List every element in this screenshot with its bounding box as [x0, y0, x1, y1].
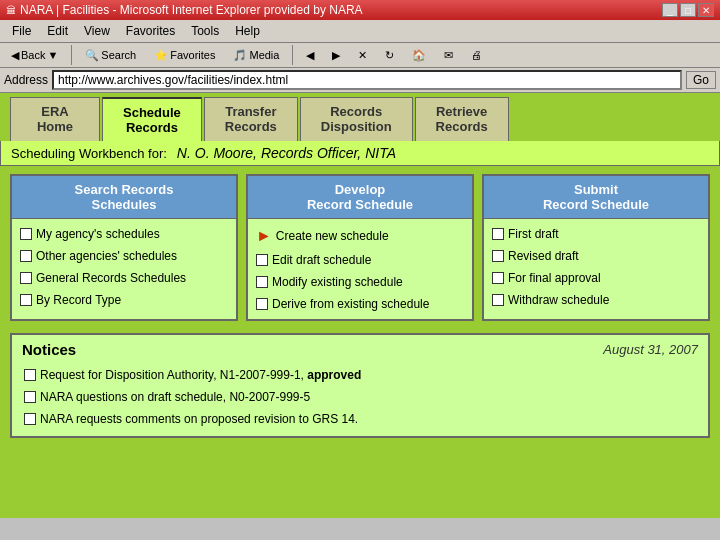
submit-record-items: First draft Revised draft For final appr…	[484, 219, 708, 315]
refresh-button[interactable]: ↻	[378, 46, 401, 65]
by-record-type-item[interactable]: By Record Type	[18, 289, 230, 311]
tab-records-disposition[interactable]: RecordsDisposition	[300, 97, 413, 141]
derive-from-existing-item[interactable]: Derive from existing schedule	[254, 293, 466, 315]
general-records-schedules-item[interactable]: General Records Schedules	[18, 267, 230, 289]
notice-item-2[interactable]: NARA questions on draft schedule, N0-200…	[22, 386, 698, 408]
back-arrow-icon: ◀	[11, 49, 19, 62]
mail-button[interactable]: ✉	[437, 46, 460, 65]
notice-3-checkbox[interactable]	[24, 413, 36, 425]
back-dropdown-icon: ▼	[47, 49, 58, 61]
menu-bar: File Edit View Favorites Tools Help	[0, 20, 720, 43]
arrow-icon: ►	[256, 227, 272, 245]
window-controls[interactable]: _ □ ✕	[662, 3, 714, 17]
notice-item-3[interactable]: NARA requests comments on proposed revis…	[22, 408, 698, 430]
back-label: Back	[21, 49, 45, 61]
window-title-bar: 🏛 NARA | Facilities - Microsoft Internet…	[0, 0, 720, 20]
withdraw-schedule-item[interactable]: Withdraw schedule	[490, 289, 702, 311]
general-records-checkbox[interactable]	[20, 272, 32, 284]
develop-record-items: ► Create new schedule Edit draft schedul…	[248, 219, 472, 319]
for-final-approval-checkbox[interactable]	[492, 272, 504, 284]
window-title-icon: 🏛	[6, 5, 16, 16]
notice-1-text: Request for Disposition Authority, N1-20…	[40, 368, 361, 382]
address-input[interactable]	[52, 70, 682, 90]
three-columns-section: Search RecordsSchedules My agency's sche…	[0, 166, 720, 329]
by-record-type-checkbox[interactable]	[20, 294, 32, 306]
first-draft-label: First draft	[508, 227, 559, 241]
menu-tools[interactable]: Tools	[183, 22, 227, 40]
back-button[interactable]: ◀ Back ▼	[4, 46, 65, 65]
derive-from-existing-checkbox[interactable]	[256, 298, 268, 310]
tab-retrieve-records[interactable]: RetrieveRecords	[415, 97, 509, 141]
edit-draft-checkbox[interactable]	[256, 254, 268, 266]
notice-item-1[interactable]: Request for Disposition Authority, N1-20…	[22, 364, 698, 386]
address-label: Address	[4, 73, 48, 87]
menu-view[interactable]: View	[76, 22, 118, 40]
toolbar-separator-1	[71, 45, 72, 65]
my-agency-schedules-label: My agency's schedules	[36, 227, 160, 241]
first-draft-item[interactable]: First draft	[490, 223, 702, 245]
modify-existing-schedule-item[interactable]: Modify existing schedule	[254, 271, 466, 293]
other-agencies-schedules-label: Other agencies' schedules	[36, 249, 177, 263]
notice-3-text: NARA requests comments on proposed revis…	[40, 412, 358, 426]
my-agency-checkbox[interactable]	[20, 228, 32, 240]
minimize-button[interactable]: _	[662, 3, 678, 17]
edit-draft-schedule-label: Edit draft schedule	[272, 253, 371, 267]
create-new-schedule-label: Create new schedule	[276, 229, 389, 243]
go-button[interactable]: Go	[686, 71, 716, 89]
edit-draft-schedule-item[interactable]: Edit draft schedule	[254, 249, 466, 271]
workbench-user: N. O. Moore, Records Officer, NITA	[177, 145, 396, 161]
search-records-column: Search RecordsSchedules My agency's sche…	[10, 174, 238, 321]
notices-header: Notices August 31, 2007	[22, 341, 698, 358]
nav-tabs: ERAHome ScheduleRecords TransferRecords …	[0, 93, 720, 141]
stop-button[interactable]: ✕	[351, 46, 374, 65]
withdraw-schedule-label: Withdraw schedule	[508, 293, 609, 307]
address-bar: Address Go	[0, 68, 720, 93]
maximize-button[interactable]: □	[680, 3, 696, 17]
develop-record-header: DevelopRecord Schedule	[248, 176, 472, 219]
revised-draft-item[interactable]: Revised draft	[490, 245, 702, 267]
modify-existing-checkbox[interactable]	[256, 276, 268, 288]
menu-edit[interactable]: Edit	[39, 22, 76, 40]
media-button[interactable]: 🎵 Media	[226, 46, 286, 65]
close-button[interactable]: ✕	[698, 3, 714, 17]
notices-title: Notices	[22, 341, 76, 358]
toolbar-separator-2	[292, 45, 293, 65]
search-label: Search	[101, 49, 136, 61]
notices-date: August 31, 2007	[603, 342, 698, 357]
print-button[interactable]: 🖨	[464, 46, 489, 64]
media-icon: 🎵	[233, 49, 247, 62]
window-title-left: 🏛 NARA | Facilities - Microsoft Internet…	[6, 3, 363, 17]
favorites-label: Favorites	[170, 49, 215, 61]
menu-favorites[interactable]: Favorites	[118, 22, 183, 40]
withdraw-schedule-checkbox[interactable]	[492, 294, 504, 306]
favorites-button[interactable]: ⭐ Favorites	[147, 46, 222, 65]
general-records-schedules-label: General Records Schedules	[36, 271, 186, 285]
tab-era-home[interactable]: ERAHome	[10, 97, 100, 141]
home-button[interactable]: 🏠	[405, 46, 433, 65]
first-draft-checkbox[interactable]	[492, 228, 504, 240]
menu-help[interactable]: Help	[227, 22, 268, 40]
notices-section: Notices August 31, 2007 Request for Disp…	[10, 333, 710, 438]
my-agency-schedules-item[interactable]: My agency's schedules	[18, 223, 230, 245]
menu-file[interactable]: File	[4, 22, 39, 40]
create-new-schedule-item[interactable]: ► Create new schedule	[254, 223, 466, 249]
nav-btn-1[interactable]: ◀	[299, 46, 321, 65]
notice-2-checkbox[interactable]	[24, 391, 36, 403]
media-label: Media	[249, 49, 279, 61]
nav-btn-2[interactable]: ▶	[325, 46, 347, 65]
revised-draft-checkbox[interactable]	[492, 250, 504, 262]
modify-existing-schedule-label: Modify existing schedule	[272, 275, 403, 289]
notice-1-checkbox[interactable]	[24, 369, 36, 381]
search-icon: 🔍	[85, 49, 99, 62]
derive-from-existing-label: Derive from existing schedule	[272, 297, 429, 311]
favorites-icon: ⭐	[154, 49, 168, 62]
other-agencies-checkbox[interactable]	[20, 250, 32, 262]
tab-schedule-records[interactable]: ScheduleRecords	[102, 97, 202, 141]
develop-record-column: DevelopRecord Schedule ► Create new sche…	[246, 174, 474, 321]
workbench-label: Scheduling Workbench for:	[11, 146, 167, 161]
window-title-text: NARA | Facilities - Microsoft Internet E…	[20, 3, 363, 17]
search-button[interactable]: 🔍 Search	[78, 46, 143, 65]
for-final-approval-item[interactable]: For final approval	[490, 267, 702, 289]
tab-transfer-records[interactable]: TransferRecords	[204, 97, 298, 141]
other-agencies-schedules-item[interactable]: Other agencies' schedules	[18, 245, 230, 267]
